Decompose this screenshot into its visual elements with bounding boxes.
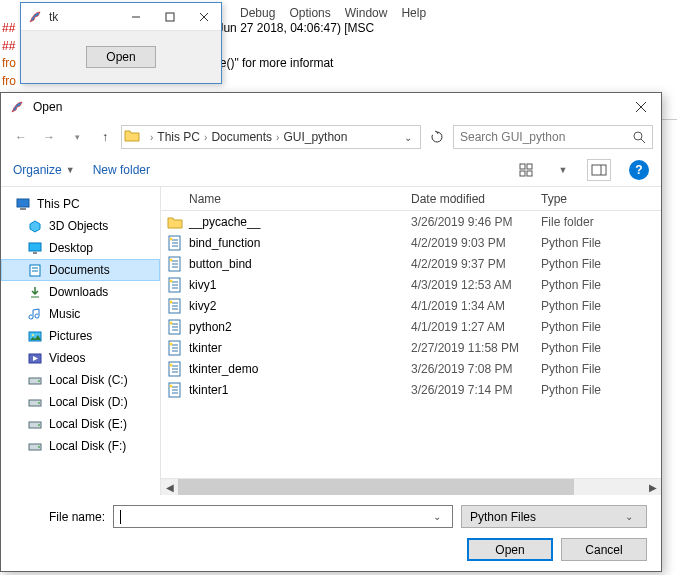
- close-icon[interactable]: [621, 93, 661, 121]
- cancel-button[interactable]: Cancel: [561, 538, 647, 561]
- file-type-filter[interactable]: Python Files ⌄: [461, 505, 647, 528]
- column-type[interactable]: Type: [541, 192, 661, 206]
- view-mode-button[interactable]: [515, 159, 539, 181]
- file-type: Python File: [541, 278, 661, 292]
- svg-point-19: [32, 334, 34, 336]
- tree-item-pictures[interactable]: Pictures: [1, 325, 160, 347]
- svg-rect-5: [527, 164, 532, 169]
- nav-forward-icon[interactable]: →: [37, 125, 61, 149]
- tree-item-local-disk-f-[interactable]: Local Disk (F:): [1, 435, 160, 457]
- help-icon[interactable]: ?: [629, 160, 649, 180]
- chevron-down-icon: ▼: [66, 165, 75, 175]
- scroll-right-icon[interactable]: ▶: [644, 479, 661, 496]
- crumb-this-pc[interactable]: This PC: [157, 130, 200, 144]
- chevron-down-icon[interactable]: ⌄: [428, 511, 446, 522]
- sort-caret-icon: ⌃: [451, 194, 458, 203]
- search-input[interactable]: Search GUI_python: [453, 125, 653, 149]
- chevron-right-icon[interactable]: ›: [204, 132, 207, 143]
- nav-tree[interactable]: This PC3D ObjectsDesktopDocumentsDownloa…: [1, 187, 161, 495]
- tree-item-label: Desktop: [49, 241, 93, 255]
- tree-item-videos[interactable]: Videos: [1, 347, 160, 369]
- menu-debug[interactable]: Debug: [240, 6, 275, 20]
- tk-title-text: tk: [49, 10, 119, 24]
- menu-options[interactable]: Options: [289, 6, 330, 20]
- file-row[interactable]: bind_function4/2/2019 9:03 PMPython File: [161, 232, 661, 253]
- desktop-icon: [27, 240, 43, 256]
- tree-item-local-disk-c-[interactable]: Local Disk (C:): [1, 369, 160, 391]
- file-row[interactable]: tkinter_demo3/26/2019 7:08 PMPython File: [161, 358, 661, 379]
- file-date: 4/3/2019 12:53 AM: [411, 278, 541, 292]
- svg-rect-13: [33, 252, 37, 254]
- caret-icon: [120, 510, 121, 524]
- new-folder-button[interactable]: New folder: [93, 163, 150, 177]
- chevron-down-icon: ⌄: [620, 511, 638, 522]
- minimize-icon[interactable]: [119, 3, 153, 31]
- python-file-icon: [161, 235, 189, 251]
- address-bar[interactable]: › This PC › Documents › GUI_python ⌄: [121, 125, 421, 149]
- tree-item-label: Pictures: [49, 329, 92, 343]
- scroll-thumb[interactable]: [178, 479, 574, 496]
- nav-back-icon[interactable]: ←: [9, 125, 33, 149]
- refresh-icon[interactable]: [425, 125, 449, 149]
- nav-up-icon[interactable]: ↑: [93, 125, 117, 149]
- file-row[interactable]: tkinter13/26/2019 7:14 PMPython File: [161, 379, 661, 400]
- view-dropdown-icon[interactable]: ▼: [557, 159, 569, 181]
- dialog-titlebar[interactable]: Open: [1, 93, 661, 121]
- filename-input[interactable]: ⌄: [113, 505, 453, 528]
- file-type: File folder: [541, 215, 661, 229]
- preview-pane-button[interactable]: [587, 159, 611, 181]
- file-row[interactable]: kivy14/3/2019 12:53 AMPython File: [161, 274, 661, 295]
- tree-item-music[interactable]: Music: [1, 303, 160, 325]
- tree-item-label: Documents: [49, 263, 110, 277]
- crumb-documents[interactable]: Documents: [211, 130, 272, 144]
- chevron-right-icon[interactable]: ›: [276, 132, 279, 143]
- tree-item-desktop[interactable]: Desktop: [1, 237, 160, 259]
- tree-item-this-pc[interactable]: This PC: [1, 193, 160, 215]
- svg-point-42: [170, 363, 173, 366]
- column-date[interactable]: Date modified: [411, 192, 541, 206]
- tk-titlebar[interactable]: tk: [21, 3, 221, 31]
- tk-open-button[interactable]: Open: [86, 46, 156, 68]
- close-icon[interactable]: [187, 3, 221, 31]
- chevron-right-icon[interactable]: ›: [150, 132, 153, 143]
- maximize-icon[interactable]: [153, 3, 187, 31]
- nav-recent-icon[interactable]: ▾: [65, 125, 89, 149]
- tree-item-3d-objects[interactable]: 3D Objects: [1, 215, 160, 237]
- tree-item-label: This PC: [37, 197, 80, 211]
- file-row[interactable]: kivy24/1/2019 1:34 AMPython File: [161, 295, 661, 316]
- file-row[interactable]: python24/1/2019 1:27 AMPython File: [161, 316, 661, 337]
- tree-item-documents[interactable]: Documents: [1, 259, 160, 281]
- menu-window[interactable]: Window: [345, 6, 388, 20]
- disk-icon: [27, 438, 43, 454]
- file-type: Python File: [541, 341, 661, 355]
- filename-label: File name:: [15, 510, 105, 524]
- svg-rect-4: [520, 164, 525, 169]
- svg-rect-11: [20, 208, 26, 210]
- tree-item-label: 3D Objects: [49, 219, 108, 233]
- file-date: 2/27/2019 11:58 PM: [411, 341, 541, 355]
- python-file-icon: [161, 340, 189, 356]
- tree-item-local-disk-d-[interactable]: Local Disk (D:): [1, 391, 160, 413]
- menu-help[interactable]: Help: [401, 6, 426, 20]
- tree-item-label: Local Disk (C:): [49, 373, 128, 387]
- file-date: 3/26/2019 7:14 PM: [411, 383, 541, 397]
- svg-rect-10: [17, 199, 29, 207]
- horizontal-scrollbar[interactable]: ◀ ▶: [161, 478, 661, 495]
- file-list-pane: ⌃ Name Date modified Type __pycache__3/2…: [161, 187, 661, 495]
- file-row[interactable]: tkinter2/27/2019 11:58 PMPython File: [161, 337, 661, 358]
- svg-point-38: [170, 321, 173, 324]
- column-name[interactable]: Name: [161, 192, 411, 206]
- svg-line-3: [641, 139, 645, 143]
- crumb-gui-python[interactable]: GUI_python: [283, 130, 347, 144]
- organize-button[interactable]: Organize▼: [13, 163, 75, 177]
- file-row[interactable]: button_bind4/2/2019 9:37 PMPython File: [161, 253, 661, 274]
- scroll-track[interactable]: [178, 479, 644, 496]
- chevron-down-icon[interactable]: ⌄: [398, 132, 418, 143]
- open-button[interactable]: Open: [467, 538, 553, 561]
- scroll-left-icon[interactable]: ◀: [161, 479, 178, 496]
- tree-item-local-disk-e-[interactable]: Local Disk (E:): [1, 413, 160, 435]
- file-row[interactable]: __pycache__3/26/2019 9:46 PMFile folder: [161, 211, 661, 232]
- tree-item-downloads[interactable]: Downloads: [1, 281, 160, 303]
- dialog-bottom: File name: ⌄ Python Files ⌄ Open Cancel: [1, 495, 661, 571]
- svg-point-40: [170, 342, 173, 345]
